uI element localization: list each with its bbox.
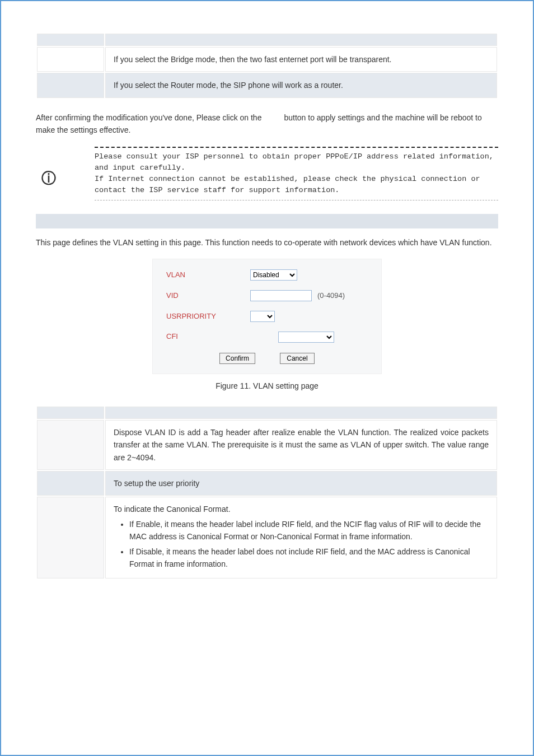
vlan-intro-paragraph: This page defines the VLAN setting in th… [36, 236, 498, 249]
usrpriority-label: USRPRIORITY [166, 311, 250, 323]
spec-cfi-cell: To indicate the Canonical Format. If Ena… [105, 497, 497, 578]
note-text: Please consult your ISP personnel to obt… [95, 147, 498, 200]
spec-vid-text: Dispose VLAN ID is add a Tag header afte… [105, 420, 497, 470]
note-block: ⓘ Please consult your ISP personnel to o… [36, 147, 498, 200]
spec-usrpriority-text: To setup the user priority [105, 471, 497, 496]
spec-usrpriority-label [37, 471, 104, 496]
vlan-enable-label: VLAN [166, 269, 250, 281]
spec-cfi-label [37, 497, 104, 578]
vid-range-label: (0-4094) [317, 290, 345, 302]
cfi-select[interactable] [278, 332, 334, 343]
vid-input[interactable] [250, 290, 312, 301]
apply-instruction-paragraph: After confirming the modification you've… [36, 111, 498, 137]
router-mode-description: If you select the Router mode, the SIP p… [105, 73, 497, 97]
spec-header-label [37, 407, 104, 419]
vid-label: VID [166, 290, 250, 302]
spec-cfi-bullet-disable: If Disable, it means the header label do… [129, 545, 489, 571]
figure-caption: Figure 11. VLAN setting page [36, 380, 498, 392]
spec-header-desc [105, 407, 497, 419]
section-banner [36, 214, 498, 228]
apply-instruction-part1: After confirming the modification you've… [36, 113, 261, 122]
cancel-button[interactable]: Cancel [280, 353, 315, 364]
usrpriority-select[interactable] [250, 311, 275, 322]
spec-vid-label [37, 420, 104, 470]
router-row-label [37, 73, 104, 97]
bridge-label-cell [37, 34, 104, 46]
spec-cfi-intro: To indicate the Canonical Format. [114, 503, 489, 515]
confirm-button[interactable]: Confirm [219, 353, 255, 364]
vlan-settings-panel: VLAN Disabled VID (0-4094) USRPRIORITY C… [152, 259, 382, 374]
vlan-enable-select[interactable]: Disabled [250, 269, 297, 281]
cfi-label: CFI [166, 331, 250, 343]
bridge-header-cell [105, 34, 497, 46]
vlan-spec-table: Dispose VLAN ID is add a Tag header afte… [36, 405, 498, 580]
mode-description-table: If you select the Bridge mode, then the … [36, 32, 498, 99]
bridge-row-label [37, 47, 104, 72]
spec-cfi-bullet-enable: If Enable, it means the header label inc… [129, 518, 489, 543]
info-icon: ⓘ [36, 147, 58, 190]
bridge-mode-description: If you select the Bridge mode, then the … [105, 47, 497, 72]
